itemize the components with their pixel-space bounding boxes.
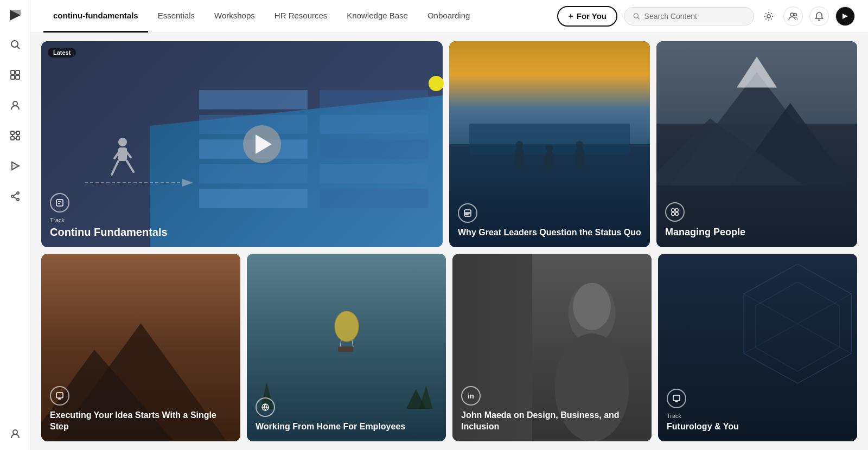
card-type-icon-working bbox=[256, 397, 275, 417]
topbar-right: + For You bbox=[557, 6, 855, 27]
card-main-content: Track Continu Fundamentals bbox=[41, 184, 176, 247]
svg-rect-59 bbox=[465, 213, 470, 214]
sidebar-share-icon[interactable] bbox=[5, 187, 25, 206]
svg-line-22 bbox=[14, 194, 17, 196]
svg-rect-36 bbox=[320, 90, 428, 109]
svg-line-77 bbox=[352, 340, 353, 347]
card-working-content: Working From Home For Employees bbox=[247, 389, 446, 441]
main-content: continu-fundamentals Essentials Workshop… bbox=[30, 0, 868, 450]
plus-icon: + bbox=[568, 11, 573, 21]
svg-rect-78 bbox=[338, 346, 353, 352]
svg-rect-10 bbox=[16, 131, 20, 134]
card-john-maeda[interactable]: in John Maeda on Design, Business, and I… bbox=[452, 254, 652, 441]
card-title-working: Working From Home For Employees bbox=[256, 421, 437, 433]
app-logo bbox=[7, 7, 24, 24]
svg-rect-40 bbox=[320, 189, 428, 208]
card-title-leaders: Why Great Leaders Question the Status Qu… bbox=[458, 227, 641, 239]
card-executing-idea[interactable]: Executing Your Idea Starts With a Single… bbox=[41, 254, 240, 441]
svg-rect-37 bbox=[320, 115, 428, 134]
svg-rect-49 bbox=[56, 200, 63, 206]
svg-point-2 bbox=[11, 41, 18, 47]
svg-point-85 bbox=[573, 282, 611, 330]
sidebar-user-icon[interactable] bbox=[5, 424, 25, 443]
card-type-icon-futurology bbox=[667, 389, 686, 408]
settings-icon[interactable] bbox=[761, 8, 777, 24]
card-title-futurology: Futurology & You bbox=[667, 421, 848, 433]
bottom-cards-grid: Executing Your Idea Starts With a Single… bbox=[41, 254, 857, 441]
svg-point-54 bbox=[545, 150, 554, 172]
for-you-label: For You bbox=[577, 11, 607, 21]
card-type-label: Track bbox=[50, 217, 168, 223]
card-title-managing: Managing People bbox=[665, 226, 848, 239]
svg-rect-71 bbox=[56, 393, 63, 398]
card-type-icon bbox=[50, 193, 69, 213]
arrow-icon[interactable] bbox=[835, 7, 855, 26]
for-you-button[interactable]: + For You bbox=[557, 6, 617, 27]
svg-rect-68 bbox=[675, 213, 678, 215]
svg-point-24 bbox=[13, 430, 17, 434]
svg-point-41 bbox=[118, 138, 127, 146]
card-john-content: in John Maeda on Design, Business, and I… bbox=[452, 377, 652, 441]
nav-workshops[interactable]: Workshops bbox=[205, 0, 265, 33]
svg-rect-9 bbox=[11, 131, 14, 134]
search-bar[interactable] bbox=[624, 7, 754, 25]
play-button[interactable] bbox=[243, 125, 281, 163]
svg-line-43 bbox=[112, 161, 118, 175]
svg-line-26 bbox=[638, 17, 640, 19]
left-sidebar bbox=[0, 0, 30, 450]
svg-point-8 bbox=[13, 101, 17, 106]
card-title-executing: Executing Your Idea Starts With a Single… bbox=[50, 410, 232, 433]
sidebar-profile-icon[interactable] bbox=[5, 95, 25, 115]
svg-line-3 bbox=[17, 47, 20, 49]
bell-icon[interactable] bbox=[809, 7, 829, 26]
svg-marker-87 bbox=[756, 282, 839, 371]
nav-essentials[interactable]: Essentials bbox=[148, 0, 205, 33]
card-managing-people[interactable]: Managing People bbox=[656, 41, 857, 247]
svg-rect-66 bbox=[675, 209, 678, 211]
svg-rect-60 bbox=[465, 214, 468, 215]
card-executing-content: Executing Your Idea Starts With a Single… bbox=[41, 377, 240, 441]
svg-rect-11 bbox=[11, 137, 14, 140]
sidebar-grid-icon[interactable] bbox=[5, 65, 25, 85]
svg-line-44 bbox=[127, 161, 133, 172]
card-badge-latest: Latest bbox=[48, 48, 76, 57]
card-title-main: Continu Fundamentals bbox=[50, 226, 168, 239]
svg-rect-90 bbox=[673, 395, 680, 401]
svg-marker-48 bbox=[182, 179, 193, 187]
nav-featured[interactable]: continu-fundamentals bbox=[43, 0, 148, 33]
svg-point-21 bbox=[11, 195, 14, 197]
card-continu-fundamentals[interactable]: Latest Track Continu Fundamentals bbox=[41, 41, 443, 247]
sidebar-play-icon[interactable] bbox=[5, 156, 25, 176]
card-working-home[interactable]: Working From Home For Employees bbox=[247, 254, 446, 441]
svg-point-20 bbox=[17, 198, 19, 201]
card-leaders-content: Why Great Leaders Question the Status Qu… bbox=[449, 195, 650, 247]
svg-rect-12 bbox=[16, 137, 20, 140]
svg-point-27 bbox=[767, 15, 770, 18]
svg-rect-35 bbox=[199, 189, 308, 208]
svg-marker-64 bbox=[737, 57, 777, 88]
users-icon[interactable] bbox=[783, 7, 803, 26]
search-input[interactable] bbox=[644, 12, 745, 21]
content-area: Latest Track Continu Fundamentals bbox=[30, 33, 868, 450]
card-why-great-leaders[interactable]: Why Great Leaders Question the Status Qu… bbox=[449, 41, 650, 247]
nav-onboarding[interactable]: Onboarding bbox=[418, 0, 480, 33]
svg-rect-7 bbox=[16, 75, 20, 79]
svg-rect-6 bbox=[11, 75, 15, 79]
sidebar-apps-icon[interactable] bbox=[5, 126, 25, 145]
svg-point-29 bbox=[794, 13, 797, 16]
svg-point-52 bbox=[515, 146, 525, 170]
card-futurology[interactable]: Track Futurology & You bbox=[658, 254, 857, 441]
svg-point-25 bbox=[634, 14, 638, 18]
svg-rect-5 bbox=[16, 70, 20, 74]
card-type-icon-john: in bbox=[461, 386, 481, 406]
svg-point-28 bbox=[790, 13, 794, 16]
card-futurology-content: Track Futurology & You bbox=[658, 380, 857, 441]
topbar: continu-fundamentals Essentials Workshop… bbox=[30, 0, 868, 33]
svg-rect-38 bbox=[320, 139, 428, 158]
sidebar-search-icon[interactable] bbox=[5, 35, 25, 54]
nav-knowledge-base[interactable]: Knowledge Base bbox=[337, 0, 418, 33]
svg-line-76 bbox=[340, 340, 341, 347]
svg-point-55 bbox=[546, 145, 553, 152]
nav-hr-resources[interactable]: HR Resources bbox=[265, 0, 337, 33]
svg-rect-31 bbox=[199, 90, 308, 109]
